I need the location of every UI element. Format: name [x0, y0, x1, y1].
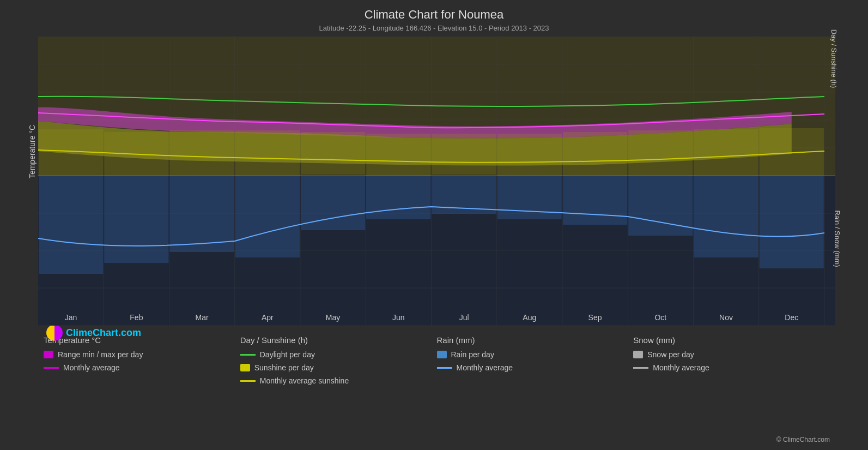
month-aug: Aug: [523, 313, 536, 322]
legend-item-daylight: Daylight per day: [240, 350, 437, 359]
legend-item-snow-per-day: Snow per day: [633, 350, 830, 359]
logo-icon-bottom: [46, 325, 63, 341]
svg-rect-34: [563, 132, 627, 176]
svg-rect-32: [432, 134, 496, 175]
chart-title: Climate Chart for Noumea: [0, 0, 868, 22]
legend-line-rain-avg: [437, 367, 452, 369]
month-jan: Jan: [65, 313, 77, 322]
month-oct: Oct: [654, 313, 666, 322]
legend-swatch-temp-range: [44, 351, 53, 358]
svg-rect-35: [628, 130, 693, 176]
month-apr: Apr: [262, 313, 274, 322]
y-axis-right-top-label: Day / Sunshine (h): [830, 29, 839, 88]
y-axis-left-label: Temperature °C: [28, 125, 37, 178]
month-jun: Jun: [392, 313, 405, 322]
legend-swatch-snow: [633, 351, 643, 358]
legend-line-sunshine-avg: [240, 380, 256, 382]
legend-title-sunshine: Day / Sunshine (h): [240, 335, 437, 345]
legend-item-rain-per-day: Rain per day: [437, 350, 634, 359]
svg-rect-29: [235, 130, 300, 176]
svg-rect-31: [366, 134, 430, 176]
legend-swatch-rain: [437, 351, 447, 358]
copyright: © ClimeChart.com: [776, 436, 830, 443]
legend-line-temp-avg: [44, 367, 59, 369]
svg-rect-38: [39, 176, 103, 274]
month-jul: Jul: [459, 313, 469, 322]
svg-rect-48: [694, 176, 758, 257]
legend-item-temp-avg: Monthly average: [44, 363, 240, 372]
legend-col-sunshine: Day / Sunshine (h) Daylight per day Suns…: [240, 335, 437, 385]
chart-subtitle: Latitude -22.25 - Longitude 166.426 - El…: [0, 22, 868, 32]
svg-rect-46: [563, 176, 627, 225]
svg-rect-30: [301, 132, 365, 175]
month-feb: Feb: [130, 313, 143, 322]
legend-line-snow-avg: [633, 367, 648, 369]
svg-rect-36: [694, 129, 758, 176]
legend-swatch-sunshine: [240, 364, 250, 371]
month-mar: Mar: [196, 313, 209, 322]
legend-item-rain-avg: Monthly average: [437, 363, 634, 372]
legend-col-temperature: Temperature °C Range min / max per day M…: [44, 335, 240, 385]
chart-area: Jan Feb Mar Apr May Jun Jul Aug Sep Oct …: [38, 37, 835, 326]
svg-rect-40: [169, 176, 234, 252]
svg-rect-43: [366, 176, 430, 219]
legend-item-snow-avg: Monthly average: [633, 363, 830, 372]
legend-item-sunshine-avg: Monthly average sunshine: [240, 376, 437, 385]
logo-text-bottom: ClimeChart.com: [66, 327, 141, 339]
month-nov: Nov: [719, 313, 733, 322]
svg-rect-28: [169, 130, 234, 176]
svg-rect-33: [497, 134, 562, 176]
legend-line-daylight: [240, 354, 256, 356]
month-sep: Sep: [588, 313, 602, 322]
svg-rect-41: [235, 176, 300, 257]
legend-title-rain: Rain (mm): [437, 335, 634, 345]
logo-bottom: ClimeChart.com: [46, 325, 141, 341]
chart-svg: Jan Feb Mar Apr May Jun Jul Aug Sep Oct …: [38, 37, 835, 326]
month-dec: Dec: [785, 313, 798, 322]
svg-rect-49: [760, 176, 824, 268]
main-container: Climate Chart for Noumea Latitude -22.25…: [0, 0, 868, 450]
legend-col-rain: Rain (mm) Rain per day Monthly average: [437, 335, 634, 385]
legend-item-temp-range: Range min / max per day: [44, 350, 240, 359]
legend-item-sunshine-per-day: Sunshine per day: [240, 363, 437, 372]
legend-col-snow: Snow (mm) Snow per day Monthly average: [633, 335, 830, 385]
month-may: May: [326, 313, 340, 322]
svg-rect-39: [104, 176, 168, 263]
y-axis-right-bottom-label: Rain / Snow (mm): [833, 210, 841, 267]
legend-title-snow: Snow (mm): [633, 335, 830, 345]
